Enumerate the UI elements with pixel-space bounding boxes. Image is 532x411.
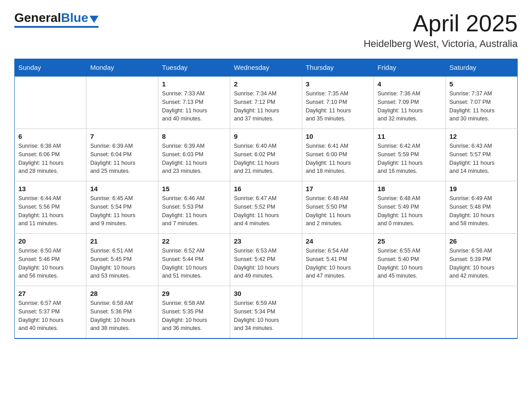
day-number: 26: [450, 237, 514, 245]
calendar-cell: [302, 286, 373, 339]
calendar-cell: [15, 76, 86, 129]
day-number: 4: [378, 80, 442, 88]
day-number: 6: [18, 133, 82, 140]
calendar-table: SundayMondayTuesdayWednesdayThursdayFrid…: [14, 59, 518, 339]
calendar-cell: [374, 286, 446, 339]
day-info: Sunrise: 6:55 AM Sunset: 5:40 PM Dayligh…: [378, 247, 442, 280]
day-info: Sunrise: 7:33 AM Sunset: 7:13 PM Dayligh…: [162, 90, 226, 123]
day-number: 12: [450, 133, 514, 140]
day-number: 1: [162, 80, 226, 88]
day-info: Sunrise: 6:53 AM Sunset: 5:42 PM Dayligh…: [234, 247, 298, 280]
day-number: 15: [162, 185, 226, 193]
day-info: Sunrise: 6:58 AM Sunset: 5:35 PM Dayligh…: [162, 299, 226, 333]
day-number: 9: [234, 133, 298, 140]
day-number: 29: [162, 290, 226, 297]
calendar-body: 1Sunrise: 7:33 AM Sunset: 7:13 PM Daylig…: [15, 76, 518, 338]
day-info: Sunrise: 6:54 AM Sunset: 5:41 PM Dayligh…: [306, 247, 370, 280]
day-info: Sunrise: 6:50 AM Sunset: 5:46 PM Dayligh…: [18, 247, 82, 280]
calendar-cell: [86, 76, 158, 129]
day-number: 2: [234, 80, 298, 88]
calendar-cell: 10Sunrise: 6:41 AM Sunset: 6:00 PM Dayli…: [302, 129, 373, 181]
calendar-cell: 17Sunrise: 6:48 AM Sunset: 5:50 PM Dayli…: [302, 181, 373, 234]
day-info: Sunrise: 6:38 AM Sunset: 6:06 PM Dayligh…: [18, 142, 82, 176]
calendar-week-3: 13Sunrise: 6:44 AM Sunset: 5:56 PM Dayli…: [15, 181, 518, 234]
day-header-saturday: Saturday: [446, 59, 517, 77]
calendar-header: SundayMondayTuesdayWednesdayThursdayFrid…: [15, 59, 518, 77]
day-number: 5: [450, 80, 514, 88]
day-header-friday: Friday: [374, 59, 446, 77]
calendar-cell: 8Sunrise: 6:39 AM Sunset: 6:03 PM Daylig…: [158, 129, 230, 181]
day-info: Sunrise: 6:48 AM Sunset: 5:49 PM Dayligh…: [378, 194, 442, 228]
day-info: Sunrise: 6:49 AM Sunset: 5:48 PM Dayligh…: [450, 194, 514, 228]
calendar-cell: 25Sunrise: 6:55 AM Sunset: 5:40 PM Dayli…: [374, 234, 446, 286]
calendar-cell: 27Sunrise: 6:57 AM Sunset: 5:37 PM Dayli…: [15, 286, 86, 339]
day-headers-row: SundayMondayTuesdayWednesdayThursdayFrid…: [15, 59, 518, 77]
day-info: Sunrise: 6:52 AM Sunset: 5:44 PM Dayligh…: [162, 247, 226, 280]
day-info: Sunrise: 6:42 AM Sunset: 5:59 PM Dayligh…: [378, 142, 442, 176]
calendar-cell: 3Sunrise: 7:35 AM Sunset: 7:10 PM Daylig…: [302, 76, 373, 129]
day-number: 13: [18, 185, 82, 193]
day-header-thursday: Thursday: [302, 59, 373, 77]
page-header: General Blue April 2025 Heidelberg West,…: [14, 11, 518, 50]
day-info: Sunrise: 6:40 AM Sunset: 6:02 PM Dayligh…: [234, 142, 298, 176]
day-number: 30: [234, 290, 298, 297]
day-header-tuesday: Tuesday: [158, 59, 230, 77]
calendar-cell: 24Sunrise: 6:54 AM Sunset: 5:41 PM Dayli…: [302, 234, 373, 286]
logo-text-blue: Blue: [61, 11, 88, 25]
day-number: 23: [234, 237, 298, 245]
day-info: Sunrise: 6:59 AM Sunset: 5:34 PM Dayligh…: [234, 299, 298, 333]
calendar-cell: 1Sunrise: 7:33 AM Sunset: 7:13 PM Daylig…: [158, 76, 230, 129]
day-number: 18: [378, 185, 442, 193]
calendar-cell: 15Sunrise: 6:46 AM Sunset: 5:53 PM Dayli…: [158, 181, 230, 234]
day-info: Sunrise: 6:51 AM Sunset: 5:45 PM Dayligh…: [90, 247, 154, 280]
day-info: Sunrise: 6:41 AM Sunset: 6:00 PM Dayligh…: [306, 142, 370, 176]
day-number: 19: [450, 185, 514, 193]
day-info: Sunrise: 6:58 AM Sunset: 5:36 PM Dayligh…: [90, 299, 154, 333]
day-number: 16: [234, 185, 298, 193]
calendar-cell: 18Sunrise: 6:48 AM Sunset: 5:49 PM Dayli…: [374, 181, 446, 234]
day-number: 11: [378, 133, 442, 140]
calendar-cell: 19Sunrise: 6:49 AM Sunset: 5:48 PM Dayli…: [446, 181, 517, 234]
calendar-week-5: 27Sunrise: 6:57 AM Sunset: 5:37 PM Dayli…: [15, 286, 518, 339]
day-number: 8: [162, 133, 226, 140]
calendar-cell: 5Sunrise: 7:37 AM Sunset: 7:07 PM Daylig…: [446, 76, 517, 129]
calendar-cell: 7Sunrise: 6:39 AM Sunset: 6:04 PM Daylig…: [86, 129, 158, 181]
day-info: Sunrise: 6:44 AM Sunset: 5:56 PM Dayligh…: [18, 194, 82, 228]
day-info: Sunrise: 7:34 AM Sunset: 7:12 PM Dayligh…: [234, 90, 298, 123]
day-info: Sunrise: 6:39 AM Sunset: 6:03 PM Dayligh…: [162, 142, 226, 176]
location-title: Heidelberg West, Victoria, Australia: [364, 38, 518, 50]
day-number: 14: [90, 185, 154, 193]
day-info: Sunrise: 6:45 AM Sunset: 5:54 PM Dayligh…: [90, 194, 154, 228]
calendar-cell: 23Sunrise: 6:53 AM Sunset: 5:42 PM Dayli…: [230, 234, 302, 286]
day-number: 20: [18, 237, 82, 245]
day-info: Sunrise: 6:57 AM Sunset: 5:37 PM Dayligh…: [18, 299, 82, 333]
calendar-cell: 29Sunrise: 6:58 AM Sunset: 5:35 PM Dayli…: [158, 286, 230, 339]
calendar-week-1: 1Sunrise: 7:33 AM Sunset: 7:13 PM Daylig…: [15, 76, 518, 129]
calendar-cell: 9Sunrise: 6:40 AM Sunset: 6:02 PM Daylig…: [230, 129, 302, 181]
calendar-cell: 4Sunrise: 7:36 AM Sunset: 7:09 PM Daylig…: [374, 76, 446, 129]
day-number: 10: [306, 133, 370, 140]
day-info: Sunrise: 6:56 AM Sunset: 5:39 PM Dayligh…: [450, 247, 514, 280]
day-number: 24: [306, 237, 370, 245]
calendar-cell: 16Sunrise: 6:47 AM Sunset: 5:52 PM Dayli…: [230, 181, 302, 234]
day-info: Sunrise: 6:48 AM Sunset: 5:50 PM Dayligh…: [306, 194, 370, 228]
day-header-monday: Monday: [86, 59, 158, 77]
calendar-cell: 20Sunrise: 6:50 AM Sunset: 5:46 PM Dayli…: [15, 234, 86, 286]
calendar-week-2: 6Sunrise: 6:38 AM Sunset: 6:06 PM Daylig…: [15, 129, 518, 181]
day-header-sunday: Sunday: [15, 59, 86, 77]
day-number: 27: [18, 290, 82, 297]
logo-triangle-icon: [90, 16, 99, 23]
title-area: April 2025 Heidelberg West, Victoria, Au…: [364, 11, 518, 50]
month-title: April 2025: [364, 11, 518, 36]
calendar-cell: 14Sunrise: 6:45 AM Sunset: 5:54 PM Dayli…: [86, 181, 158, 234]
day-info: Sunrise: 7:35 AM Sunset: 7:10 PM Dayligh…: [306, 90, 370, 123]
calendar-cell: 28Sunrise: 6:58 AM Sunset: 5:36 PM Dayli…: [86, 286, 158, 339]
logo-text-general: General: [14, 11, 61, 25]
day-number: 7: [90, 133, 154, 140]
calendar-cell: 11Sunrise: 6:42 AM Sunset: 5:59 PM Dayli…: [374, 129, 446, 181]
calendar-cell: 13Sunrise: 6:44 AM Sunset: 5:56 PM Dayli…: [15, 181, 86, 234]
day-number: 22: [162, 237, 226, 245]
calendar-week-4: 20Sunrise: 6:50 AM Sunset: 5:46 PM Dayli…: [15, 234, 518, 286]
day-info: Sunrise: 6:46 AM Sunset: 5:53 PM Dayligh…: [162, 194, 226, 228]
calendar-cell: 21Sunrise: 6:51 AM Sunset: 5:45 PM Dayli…: [86, 234, 158, 286]
